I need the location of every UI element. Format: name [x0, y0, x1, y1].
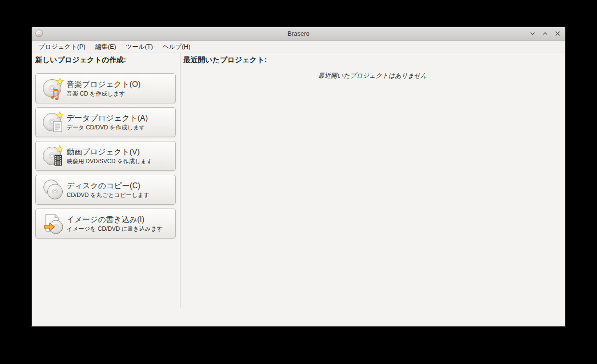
main-content: 新しいプロジェクトの作成: ♫: [32, 53, 565, 326]
menu-edit[interactable]: 編集(E): [90, 41, 121, 53]
project-subtitle: 音楽 CD を作成します: [67, 90, 140, 98]
project-title: ディスクのコピー(C): [67, 181, 150, 191]
data-project-icon: [42, 111, 65, 134]
project-subtitle: イメージを CD/DVD に書き込みます: [67, 225, 163, 233]
maximize-icon[interactable]: [541, 30, 548, 37]
titlebar[interactable]: Brasero: [32, 27, 565, 41]
disc-copy-button[interactable]: ディスクのコピー(C) CD/DVD を丸ごとコピーします: [35, 175, 176, 205]
project-title: イメージの書き込み(I): [67, 215, 163, 224]
new-project-heading: 新しいプロジェクトの作成:: [35, 55, 180, 64]
project-title: データプロジェクト(A): [67, 113, 148, 123]
project-subtitle: データ CD/DVD を作成します: [67, 124, 148, 131]
window-title: Brasero: [32, 30, 565, 37]
recent-projects-panel: 最近開いたプロジェクト: 最近開いたプロジェクトはありません: [180, 53, 565, 326]
disc-copy-icon: [42, 178, 65, 201]
svg-text:♫: ♫: [49, 86, 61, 100]
project-title: 音楽プロジェクト(O): [67, 80, 140, 89]
video-project-icon: [42, 144, 65, 168]
burn-image-button[interactable]: イメージの書き込み(I) イメージを CD/DVD に書き込みます: [35, 209, 176, 238]
video-project-button[interactable]: 動画プロジェクト(V) 映像用 DVD/SVCD を作成します: [35, 141, 176, 171]
audio-project-icon: ♫: [42, 77, 65, 100]
project-title: 動画プロジェクト(V): [67, 147, 153, 157]
brasero-window: Brasero プロジェクト(P) 編集(E) ツール(T) ヘルプ(H): [31, 27, 566, 327]
desktop: Brasero プロジェクト(P) 編集(E) ツール(T) ヘルプ(H): [0, 0, 597, 364]
menu-help[interactable]: ヘルプ(H): [158, 41, 195, 53]
window-controls: [529, 27, 561, 40]
brasero-app-icon: [35, 29, 43, 37]
new-project-panel: 新しいプロジェクトの作成: ♫: [32, 53, 180, 326]
project-subtitle: CD/DVD を丸ごとコピーします: [67, 192, 150, 199]
minimize-icon[interactable]: [529, 30, 536, 37]
menubar: プロジェクト(P) 編集(E) ツール(T) ヘルプ(H): [32, 41, 565, 53]
recent-projects-heading: 最近開いたプロジェクト:: [180, 55, 565, 64]
menu-tools[interactable]: ツール(T): [121, 41, 158, 53]
panel-separator: [180, 53, 180, 308]
audio-project-button[interactable]: ♫ 音楽プロジェクト(O) 音楽 CD を作成します: [35, 73, 176, 103]
project-subtitle: 映像用 DVD/SVCD を作成します: [67, 158, 153, 165]
menu-project[interactable]: プロジェクト(P): [34, 41, 90, 53]
burn-image-icon: [42, 212, 65, 235]
no-recent-projects-message: 最近開いたプロジェクトはありません: [180, 71, 565, 80]
close-icon[interactable]: [554, 30, 561, 37]
data-project-button[interactable]: データプロジェクト(A) データ CD/DVD を作成します: [35, 107, 176, 137]
